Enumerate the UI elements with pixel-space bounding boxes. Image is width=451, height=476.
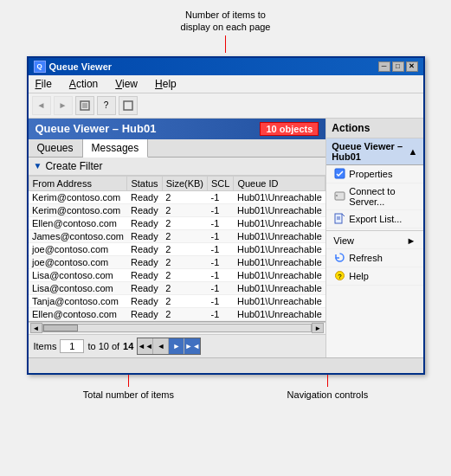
- action-properties[interactable]: Properties: [326, 165, 422, 183]
- svg-text:?: ?: [338, 273, 342, 280]
- scrollbar-track[interactable]: [42, 324, 312, 332]
- svg-rect-1: [82, 103, 87, 108]
- page-input[interactable]: [60, 339, 84, 353]
- cell-8-0: Tanja@contoso.com: [29, 294, 127, 307]
- total-anno-label: Total number of items: [83, 389, 174, 400]
- page-info: to 10 of: [87, 341, 119, 351]
- menu-file[interactable]: File: [32, 77, 55, 91]
- nav-anno-label: Navigation controls: [287, 389, 369, 400]
- cell-6-0: Lisa@contoso.com: [29, 268, 127, 281]
- cell-9-4: Hub01\Unreachable: [234, 307, 325, 320]
- nav-annotation: Navigation controls: [287, 375, 369, 400]
- table-row[interactable]: joe@contoso.comReady2-1Hub01\Unreachable: [29, 242, 325, 255]
- nav-controls: ◄◄ ◄ ► ►◄: [137, 338, 201, 355]
- action-refresh-label: Refresh: [349, 253, 383, 263]
- table-row[interactable]: Ellen@contoso.comReady2-1Hub01\Unreachab…: [29, 307, 325, 320]
- cell-2-3: -1: [208, 216, 234, 229]
- window-title: Queue Viewer: [49, 61, 113, 72]
- back-button[interactable]: ◄: [32, 96, 51, 115]
- action-view-label: View: [333, 235, 354, 246]
- menu-view[interactable]: View: [112, 77, 141, 91]
- action-properties-label: Properties: [349, 169, 392, 179]
- cell-0-4: Hub01\Unreachable: [234, 190, 325, 203]
- cell-3-0: James@contoso.com: [29, 229, 127, 242]
- table-row[interactable]: Kerim@contoso.comReady2-1Hub01\Unreachab…: [29, 203, 325, 216]
- top-annotation: Number of items todisplay on each page: [27, 9, 425, 53]
- col-status[interactable]: Status: [127, 176, 162, 190]
- cell-7-3: -1: [208, 281, 234, 294]
- cell-4-3: -1: [208, 242, 234, 255]
- first-page-btn[interactable]: ◄◄: [138, 338, 153, 354]
- horizontal-scrollbar[interactable]: ◄ ►: [29, 322, 326, 334]
- action-export[interactable]: Export List...: [326, 210, 422, 228]
- cell-4-2: 2: [162, 242, 207, 255]
- table-row[interactable]: joe@contoso.comReady2-1Hub01\Unreachable: [29, 255, 325, 268]
- svg-rect-2: [124, 101, 132, 110]
- title-bar: Q Queue Viewer ─ □ ✕: [29, 58, 423, 75]
- actions-section-title: Queue Viewer – Hub01 ▲: [326, 138, 422, 165]
- table-row[interactable]: Kerim@contoso.comReady2-1Hub01\Unreachab…: [29, 190, 325, 203]
- actions-header: Actions: [326, 119, 422, 138]
- maximize-button[interactable]: □: [392, 61, 404, 72]
- help-toolbar-button[interactable]: ?: [97, 96, 116, 115]
- pagination-bar: Items to 10 of 14 ◄◄ ◄ ► ►◄: [29, 334, 326, 357]
- scroll-right-btn[interactable]: ►: [312, 323, 324, 333]
- cell-6-4: Hub01\Unreachable: [234, 268, 325, 281]
- prev-page-btn[interactable]: ◄: [153, 338, 169, 354]
- total-annotation: Total number of items: [83, 375, 174, 400]
- next-page-btn[interactable]: ►: [169, 338, 184, 354]
- table-row[interactable]: Ellen@contoso.comReady2-1Hub01\Unreachab…: [29, 216, 325, 229]
- cell-7-2: 2: [162, 281, 207, 294]
- cell-2-2: 2: [162, 216, 207, 229]
- close-button[interactable]: ✕: [406, 61, 418, 72]
- top-annotation-text: Number of items todisplay on each page: [27, 9, 425, 34]
- action-refresh[interactable]: Refresh: [326, 249, 422, 267]
- pane-header: Queue Viewer – Hub01 10 objects: [29, 119, 326, 139]
- cell-0-2: 2: [162, 190, 207, 203]
- menu-bar: File Action View Help: [29, 75, 423, 93]
- toolbar: ◄ ► ?: [29, 93, 423, 119]
- table-row[interactable]: James@contoso.comReady2-1Hub01\Unreachab…: [29, 229, 325, 242]
- action-help[interactable]: ? Help: [326, 267, 422, 286]
- col-size[interactable]: Size(KB): [162, 176, 207, 190]
- action-connect-label: Connect to Server...: [349, 186, 416, 207]
- action-connect[interactable]: Connect to Server...: [326, 183, 422, 210]
- action-view[interactable]: View ►: [326, 233, 422, 249]
- menu-action[interactable]: Action: [66, 77, 101, 91]
- create-filter-label[interactable]: Create Filter: [45, 160, 102, 172]
- tab-queues[interactable]: Queues: [29, 139, 83, 157]
- cell-9-1: Ready: [127, 307, 162, 320]
- cell-4-4: Hub01\Unreachable: [234, 242, 325, 255]
- table-row[interactable]: Lisa@contoso.comReady2-1Hub01\Unreachabl…: [29, 281, 325, 294]
- total-anno-line: [128, 375, 129, 387]
- cell-2-4: Hub01\Unreachable: [234, 216, 325, 229]
- cell-7-1: Ready: [127, 281, 162, 294]
- menu-help[interactable]: Help: [151, 77, 180, 91]
- cell-0-1: Ready: [127, 190, 162, 203]
- left-pane: Queue Viewer – Hub01 10 objects Queues M…: [29, 119, 327, 357]
- refresh-toolbar-button[interactable]: [119, 96, 138, 115]
- cell-6-2: 2: [162, 268, 207, 281]
- up-button[interactable]: [75, 96, 94, 115]
- tab-messages[interactable]: Messages: [83, 139, 149, 158]
- table-row[interactable]: Tanja@contoso.comReady2-1Hub01\Unreachab…: [29, 294, 325, 307]
- cell-3-1: Ready: [127, 229, 162, 242]
- col-queue[interactable]: Queue ID: [234, 176, 325, 190]
- collapse-icon[interactable]: ▲: [409, 146, 418, 157]
- submenu-arrow: ►: [407, 235, 416, 246]
- cell-3-2: 2: [162, 229, 207, 242]
- content-area: Queue Viewer – Hub01 10 objects Queues M…: [29, 119, 423, 357]
- cell-0-0: Kerim@contoso.com: [29, 190, 127, 203]
- col-scl[interactable]: SCL: [208, 176, 234, 190]
- col-from[interactable]: From Address: [29, 176, 127, 190]
- scrollbar-thumb[interactable]: [43, 325, 78, 331]
- table-scroll-area[interactable]: From Address Status Size(KB) SCL Queue I…: [29, 176, 326, 322]
- forward-button[interactable]: ►: [54, 96, 73, 115]
- messages-table: From Address Status Size(KB) SCL Queue I…: [29, 176, 326, 321]
- cell-9-0: Ellen@contoso.com: [29, 307, 127, 320]
- actions-section-label: Queue Viewer – Hub01: [332, 141, 408, 162]
- table-row[interactable]: Lisa@contoso.comReady2-1Hub01\Unreachabl…: [29, 268, 325, 281]
- minimize-button[interactable]: ─: [378, 61, 390, 72]
- last-page-btn[interactable]: ►◄: [184, 338, 200, 354]
- scroll-left-btn[interactable]: ◄: [30, 323, 42, 333]
